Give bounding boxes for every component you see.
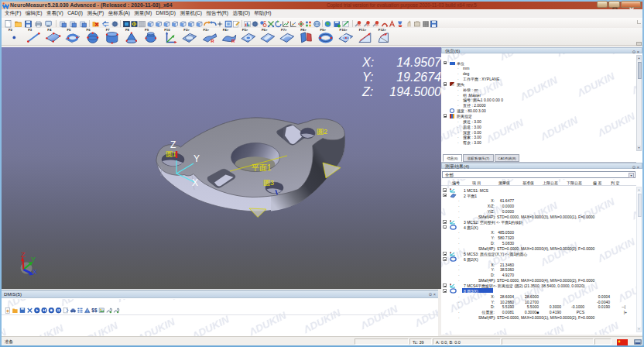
svg-text:X: X: [33, 268, 37, 276]
svg-text:X: X: [192, 177, 198, 188]
svg-text:圆2: 圆2: [317, 128, 327, 136]
svg-text:R: R: [211, 38, 214, 43]
svg-text:平面1: 平面1: [252, 163, 272, 172]
svg-text:Z: Z: [21, 251, 26, 259]
svg-text:圆1: 圆1: [166, 150, 176, 158]
svg-text:圆3: 圆3: [263, 179, 274, 187]
svg-text:$$: $$: [91, 307, 98, 314]
svg-text:R: R: [231, 38, 235, 43]
svg-text:Y: Y: [31, 256, 36, 263]
svg-text:Y: Y: [194, 153, 200, 164]
svg-text:Z: Z: [170, 139, 176, 150]
